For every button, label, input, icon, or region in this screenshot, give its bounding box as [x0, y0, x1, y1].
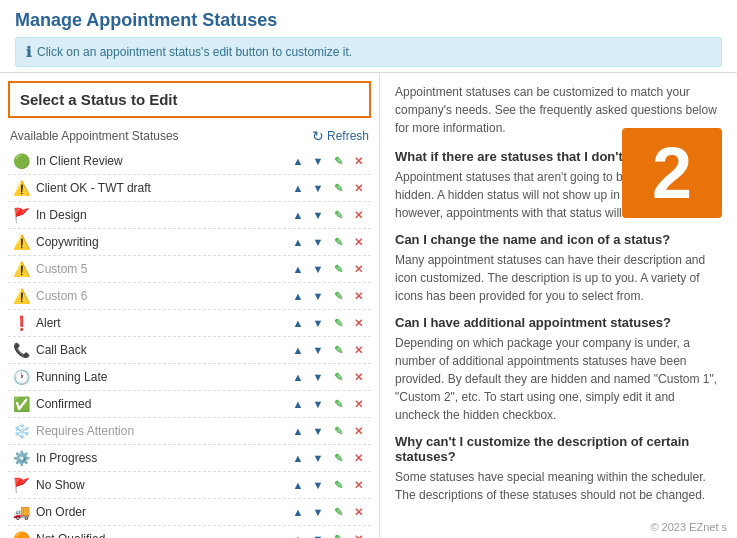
- status-icon: 🕐: [12, 368, 30, 386]
- status-icon: 🟢: [12, 152, 30, 170]
- action-btns: ▲ ▼ ✎ ✕: [289, 179, 367, 197]
- status-left: 📞 Call Back: [12, 341, 289, 359]
- edit-button[interactable]: ✎: [329, 503, 347, 521]
- faq-answer-1: Many appointment statuses can have their…: [395, 251, 722, 305]
- edit-button[interactable]: ✎: [329, 449, 347, 467]
- move-down-button[interactable]: ▼: [309, 206, 327, 224]
- move-down-button[interactable]: ▼: [309, 179, 327, 197]
- edit-button[interactable]: ✎: [329, 287, 347, 305]
- edit-button[interactable]: ✎: [329, 341, 347, 359]
- delete-button[interactable]: ✕: [349, 422, 367, 440]
- status-name: Alert: [36, 316, 61, 330]
- delete-button[interactable]: ✕: [349, 152, 367, 170]
- move-down-button[interactable]: ▼: [309, 260, 327, 278]
- status-icon: ⚙️: [12, 449, 30, 467]
- delete-button[interactable]: ✕: [349, 476, 367, 494]
- status-left: 🚩 No Show: [12, 476, 289, 494]
- action-btns: ▲ ▼ ✎ ✕: [289, 152, 367, 170]
- move-up-button[interactable]: ▲: [289, 314, 307, 332]
- status-name: Call Back: [36, 343, 87, 357]
- edit-button[interactable]: ✎: [329, 260, 347, 278]
- move-up-button[interactable]: ▲: [289, 179, 307, 197]
- delete-button[interactable]: ✕: [349, 368, 367, 386]
- move-up-button[interactable]: ▲: [289, 503, 307, 521]
- status-left: 🕐 Running Late: [12, 368, 289, 386]
- edit-button[interactable]: ✎: [329, 422, 347, 440]
- status-name: In Design: [36, 208, 87, 222]
- move-up-button[interactable]: ▲: [289, 287, 307, 305]
- status-icon: 🚩: [12, 206, 30, 224]
- move-up-button[interactable]: ▲: [289, 395, 307, 413]
- delete-button[interactable]: ✕: [349, 314, 367, 332]
- status-icon: ❄️: [12, 422, 30, 440]
- status-item: ⚠️ Custom 5 ▲ ▼ ✎ ✕: [8, 256, 371, 283]
- move-down-button[interactable]: ▼: [309, 287, 327, 305]
- move-down-button[interactable]: ▼: [309, 530, 327, 538]
- move-up-button[interactable]: ▲: [289, 260, 307, 278]
- footer: © 2023 EZnet s: [650, 521, 727, 533]
- delete-button[interactable]: ✕: [349, 395, 367, 413]
- move-down-button[interactable]: ▼: [309, 368, 327, 386]
- status-name: Requires Attention: [36, 424, 134, 438]
- delete-button[interactable]: ✕: [349, 179, 367, 197]
- move-up-button[interactable]: ▲: [289, 422, 307, 440]
- status-item: ⚠️ Client OK - TWT draft ▲ ▼ ✎ ✕: [8, 175, 371, 202]
- action-btns: ▲ ▼ ✎ ✕: [289, 503, 367, 521]
- move-down-button[interactable]: ▼: [309, 233, 327, 251]
- move-up-button[interactable]: ▲: [289, 476, 307, 494]
- delete-button[interactable]: ✕: [349, 530, 367, 538]
- action-btns: ▲ ▼ ✎ ✕: [289, 314, 367, 332]
- move-down-button[interactable]: ▼: [309, 395, 327, 413]
- move-up-button[interactable]: ▲: [289, 530, 307, 538]
- move-up-button[interactable]: ▲: [289, 233, 307, 251]
- info-icon: ℹ: [26, 44, 31, 60]
- move-up-button[interactable]: ▲: [289, 206, 307, 224]
- delete-button[interactable]: ✕: [349, 449, 367, 467]
- step-badge: 2: [622, 128, 722, 218]
- delete-button[interactable]: ✕: [349, 206, 367, 224]
- action-btns: ▲ ▼ ✎ ✕: [289, 341, 367, 359]
- action-btns: ▲ ▼ ✎ ✕: [289, 368, 367, 386]
- status-item: 🚩 In Design ▲ ▼ ✎ ✕: [8, 202, 371, 229]
- move-down-button[interactable]: ▼: [309, 341, 327, 359]
- move-down-button[interactable]: ▼: [309, 422, 327, 440]
- edit-button[interactable]: ✎: [329, 179, 347, 197]
- status-left: ⚙️ In Progress: [12, 449, 289, 467]
- edit-button[interactable]: ✎: [329, 314, 347, 332]
- edit-button[interactable]: ✎: [329, 530, 347, 538]
- move-down-button[interactable]: ▼: [309, 314, 327, 332]
- status-name: In Progress: [36, 451, 97, 465]
- edit-button[interactable]: ✎: [329, 476, 347, 494]
- status-item: ⚠️ Custom 6 ▲ ▼ ✎ ✕: [8, 283, 371, 310]
- status-left: ⚠️ Copywriting: [12, 233, 289, 251]
- main-content: Select a Status to Edit Available Appoin…: [0, 73, 737, 538]
- delete-button[interactable]: ✕: [349, 287, 367, 305]
- status-icon: ⚠️: [12, 260, 30, 278]
- move-down-button[interactable]: ▼: [309, 503, 327, 521]
- delete-button[interactable]: ✕: [349, 341, 367, 359]
- edit-button[interactable]: ✎: [329, 233, 347, 251]
- move-down-button[interactable]: ▼: [309, 152, 327, 170]
- status-name: Client OK - TWT draft: [36, 181, 151, 195]
- status-left: ✅ Confirmed: [12, 395, 289, 413]
- move-up-button[interactable]: ▲: [289, 152, 307, 170]
- status-name: Custom 5: [36, 262, 87, 276]
- status-left: 🟢 In Client Review: [12, 152, 289, 170]
- move-up-button[interactable]: ▲: [289, 341, 307, 359]
- edit-button[interactable]: ✎: [329, 395, 347, 413]
- action-btns: ▲ ▼ ✎ ✕: [289, 476, 367, 494]
- move-up-button[interactable]: ▲: [289, 449, 307, 467]
- move-down-button[interactable]: ▼: [309, 449, 327, 467]
- move-down-button[interactable]: ▼: [309, 476, 327, 494]
- action-btns: ▲ ▼ ✎ ✕: [289, 530, 367, 538]
- edit-button[interactable]: ✎: [329, 152, 347, 170]
- move-up-button[interactable]: ▲: [289, 368, 307, 386]
- left-panel: Select a Status to Edit Available Appoin…: [0, 73, 380, 538]
- edit-button[interactable]: ✎: [329, 368, 347, 386]
- edit-button[interactable]: ✎: [329, 206, 347, 224]
- delete-button[interactable]: ✕: [349, 260, 367, 278]
- refresh-button[interactable]: ↻ Refresh: [312, 128, 369, 144]
- delete-button[interactable]: ✕: [349, 503, 367, 521]
- status-left: ⚠️ Client OK - TWT draft: [12, 179, 289, 197]
- delete-button[interactable]: ✕: [349, 233, 367, 251]
